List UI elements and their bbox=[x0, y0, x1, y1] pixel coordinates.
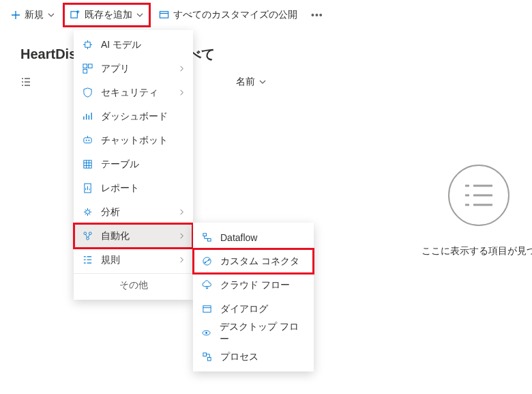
menu-item-table[interactable]: テーブル bbox=[74, 152, 193, 176]
new-label: 新規 bbox=[25, 9, 44, 21]
svg-rect-16 bbox=[207, 238, 211, 241]
menu-item-chatbot[interactable]: チャットボット bbox=[74, 128, 193, 152]
app-icon bbox=[82, 64, 93, 74]
add-existing-icon bbox=[70, 10, 80, 20]
chevron-right-icon bbox=[179, 257, 185, 263]
menu-item-security[interactable]: セキュリティ bbox=[74, 81, 193, 104]
menu-item-ai-model[interactable]: AI モデル bbox=[74, 33, 193, 57]
submenu-item-desktop-flow[interactable]: デスクトップ フロー bbox=[193, 321, 314, 345]
column-name-label: 名前 bbox=[236, 76, 255, 88]
svg-rect-20 bbox=[203, 306, 210, 312]
more-icon: ••• bbox=[311, 10, 323, 20]
submenu-label: カスタム コネクタ bbox=[220, 255, 299, 268]
submenu-item-cloud-flow[interactable]: クラウド フロー bbox=[193, 273, 314, 297]
process-icon bbox=[201, 352, 212, 362]
menu-label: AI モデル bbox=[101, 39, 141, 51]
chatbot-icon bbox=[82, 135, 93, 145]
menu-label: チャットボット bbox=[101, 135, 168, 147]
svg-rect-5 bbox=[83, 69, 87, 73]
publish-icon bbox=[159, 10, 169, 20]
table-icon bbox=[82, 159, 93, 169]
svg-rect-0 bbox=[71, 12, 77, 18]
empty-state-icon bbox=[448, 165, 509, 226]
more-button[interactable]: ••• bbox=[306, 5, 329, 25]
chevron-down-icon bbox=[48, 12, 55, 18]
dataflow-icon bbox=[201, 232, 212, 242]
svg-rect-9 bbox=[83, 160, 91, 168]
svg-rect-2 bbox=[85, 42, 90, 48]
analysis-icon bbox=[82, 207, 93, 217]
new-button[interactable]: 新規 bbox=[5, 5, 60, 25]
list-format-icon[interactable] bbox=[20, 76, 31, 87]
svg-rect-6 bbox=[83, 138, 91, 143]
connector-icon bbox=[201, 256, 212, 266]
menu-label: アプリ bbox=[101, 63, 130, 75]
menu-item-rules[interactable]: 規則 bbox=[74, 248, 193, 272]
svg-point-8 bbox=[88, 140, 89, 141]
chevron-right-icon bbox=[179, 209, 185, 215]
svg-rect-23 bbox=[203, 353, 206, 356]
menu-label: テーブル bbox=[101, 158, 139, 171]
svg-point-19 bbox=[208, 259, 209, 261]
menu-label: 自動化 bbox=[101, 230, 130, 242]
svg-point-18 bbox=[204, 262, 205, 263]
automation-submenu: Dataflow カスタム コネクタ クラウド フロー ダイアログ デスクトップ… bbox=[193, 223, 314, 371]
submenu-item-custom-connector[interactable]: カスタム コネクタ bbox=[193, 249, 314, 273]
svg-rect-1 bbox=[160, 12, 168, 18]
cloud-flow-icon bbox=[201, 280, 212, 290]
menu-item-other[interactable]: その他 bbox=[74, 273, 193, 297]
menu-item-app[interactable]: アプリ bbox=[74, 57, 193, 81]
add-existing-label: 既存を追加 bbox=[85, 9, 132, 21]
shield-icon bbox=[82, 87, 93, 98]
publish-all-button[interactable]: すべてのカスタマイズの公開 bbox=[153, 5, 303, 25]
menu-label: ダッシュボード bbox=[101, 111, 168, 123]
chevron-right-icon bbox=[179, 66, 185, 72]
menu-item-report[interactable]: レポート bbox=[74, 176, 193, 200]
desktop-flow-icon bbox=[201, 328, 211, 338]
toolbar: 新規 既存を追加 すべてのカスタマイズの公開 ••• bbox=[0, 0, 532, 30]
submenu-item-process[interactable]: プロセス bbox=[193, 345, 314, 369]
empty-state: ここに表示する項目が見つ bbox=[422, 165, 532, 257]
rules-icon bbox=[82, 255, 93, 265]
menu-label: レポート bbox=[101, 182, 139, 195]
submenu-label: クラウド フロー bbox=[220, 279, 290, 292]
automation-icon bbox=[82, 231, 93, 241]
svg-point-13 bbox=[89, 232, 91, 235]
menu-item-analysis[interactable]: 分析 bbox=[74, 200, 193, 224]
svg-rect-3 bbox=[83, 64, 87, 68]
submenu-label: デスクトップ フロー bbox=[220, 321, 306, 346]
empty-state-text: ここに表示する項目が見つ bbox=[422, 245, 532, 257]
add-existing-button[interactable]: 既存を追加 bbox=[63, 3, 151, 27]
svg-point-14 bbox=[86, 237, 89, 240]
svg-point-7 bbox=[85, 140, 87, 141]
svg-point-12 bbox=[83, 232, 86, 235]
chevron-down-icon bbox=[259, 79, 266, 85]
chevron-right-icon bbox=[179, 89, 185, 96]
submenu-label: ダイアログ bbox=[220, 303, 268, 315]
menu-item-automation[interactable]: 自動化 bbox=[74, 224, 193, 248]
svg-rect-15 bbox=[203, 234, 206, 236]
column-name[interactable]: 名前 bbox=[236, 76, 266, 88]
svg-rect-4 bbox=[88, 64, 92, 68]
chevron-right-icon bbox=[179, 233, 185, 239]
dialog-icon bbox=[201, 304, 212, 314]
menu-label: 規則 bbox=[101, 254, 120, 266]
submenu-label: Dataflow bbox=[220, 232, 257, 243]
menu-item-dashboard[interactable]: ダッシュボード bbox=[74, 104, 193, 128]
chevron-down-icon bbox=[136, 12, 143, 18]
submenu-item-dataflow[interactable]: Dataflow bbox=[193, 225, 314, 249]
svg-rect-24 bbox=[207, 357, 211, 361]
add-existing-menu: AI モデル アプリ セキュリティ ダッシュボード チャットボット テーブル レ… bbox=[74, 30, 193, 300]
report-icon bbox=[82, 183, 93, 193]
menu-label: 分析 bbox=[101, 206, 120, 219]
plus-icon bbox=[11, 10, 20, 20]
page-title-prefix: HeartDis bbox=[20, 46, 76, 61]
ai-model-icon bbox=[82, 40, 93, 50]
menu-label: その他 bbox=[119, 279, 148, 292]
submenu-label: プロセス bbox=[220, 351, 258, 363]
publish-all-label: すべてのカスタマイズの公開 bbox=[173, 9, 297, 21]
svg-point-22 bbox=[205, 332, 207, 334]
dashboard-icon bbox=[82, 111, 93, 122]
submenu-item-dialog[interactable]: ダイアログ bbox=[193, 297, 314, 321]
menu-label: セキュリティ bbox=[101, 87, 158, 99]
